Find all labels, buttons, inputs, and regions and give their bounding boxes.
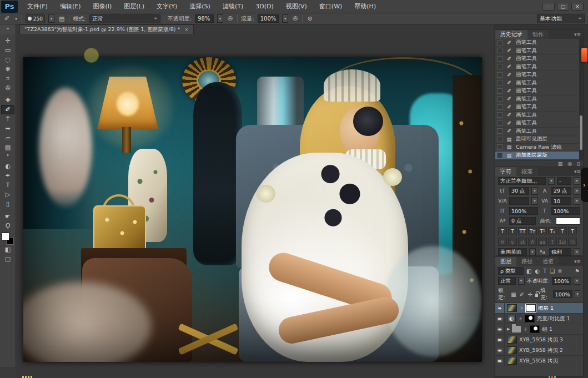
tab-character[interactable]: 字符 [495,167,516,176]
foreground-color-swatch[interactable] [2,233,9,240]
opacity-input[interactable]: 98% [195,14,214,23]
font-size-input[interactable]: 30 点 [509,187,529,195]
menu-item[interactable]: 视图(V) [280,0,313,13]
layer-row[interactable]: XYB_5958 拷贝 [495,356,583,366]
tool-preset-caret-icon[interactable]: ▾ [14,17,18,21]
history-source-checkbox[interactable] [497,72,502,78]
quick-mask-mode-button[interactable]: ◧ [1,245,14,254]
brush-preset-caret[interactable]: ▾ [48,14,54,23]
history-source-checkbox[interactable] [497,153,502,158]
panel-menu-icon[interactable]: ▾≡ [574,257,583,266]
kerning-input[interactable] [509,197,529,205]
lasso-tool[interactable]: ◌ [1,55,14,64]
zoom-tool[interactable]: Ϙ [1,221,14,230]
history-item[interactable]: 盖印可见图层 [495,135,583,144]
hand-tool[interactable]: ☛ [1,211,14,221]
history-source-checkbox[interactable] [497,64,502,69]
tab-paragraph[interactable]: 段落 [516,167,537,176]
mask-link-icon[interactable]: ∞ [519,306,524,310]
opentype-button[interactable]: ɕ [508,238,517,246]
workspace-switcher[interactable]: 基本功能 ÷ [537,14,585,23]
opentype-button[interactable]: aa [538,238,547,246]
font-style-caret[interactable]: ▾ [574,177,580,185]
language-caret[interactable]: ▾ [529,248,536,256]
history-source-checkbox[interactable] [497,88,502,94]
layer-mask-thumbnail[interactable] [526,304,536,312]
layer-filter-icon[interactable]: T [542,268,547,274]
baseline-shift-input[interactable]: 0 点 [509,217,536,225]
font-style-select[interactable]: - [557,177,571,185]
layer-filter-icon[interactable]: ❏ [549,268,555,274]
history-source-checkbox[interactable] [497,40,502,46]
layer-thumbnail[interactable] [507,357,517,365]
pen-tool[interactable]: ✒ [1,171,14,180]
language-select[interactable]: 美国英语 [498,248,527,256]
visibility-toggle[interactable] [495,335,505,345]
lock-all-icon[interactable] [535,294,539,297]
layer-blend-mode-select[interactable]: 正常 [498,277,516,285]
flow-input[interactable]: 100% [258,14,279,23]
close-document-icon[interactable]: × [184,27,189,32]
opentype-button[interactable]: A [528,238,537,246]
document-tab[interactable]: "7Z2A3863"为智能对象-1.psd @ 22.9% (图层 1, 图层蒙… [19,24,194,34]
lock-pixels-icon[interactable]: ✐ [519,291,525,298]
new-snapshot-icon[interactable]: ◎ [567,161,572,167]
text-style-button[interactable]: Tᴛ [528,227,537,235]
brush-preset-picker[interactable]: 250 [26,14,45,23]
layer-filter-icon[interactable]: ◐ [534,268,540,274]
toggle-brush-panel-icon[interactable]: ▤ [58,15,66,22]
filter-toggle-icon[interactable]: ⚑ [574,268,580,274]
visibility-toggle[interactable] [495,314,505,324]
brush-tool[interactable]: ✐ [1,105,14,114]
layer-filter-icon[interactable]: ⧈ [557,268,562,274]
layer-mask-thumbnail[interactable] [525,315,535,322]
expand-panels-tab[interactable]: › [581,168,588,202]
new-document-from-state-icon[interactable]: ▥ [558,161,563,167]
crop-tool[interactable]: ⌗ [1,74,14,83]
visibility-toggle[interactable] [495,303,505,314]
dodge-tool[interactable]: ◐ [1,162,14,171]
lock-position-icon[interactable]: ✛ [527,291,532,298]
tab-channels[interactable]: 通道 [537,257,559,266]
kerning-caret[interactable]: ▾ [531,197,538,205]
layer-filter-icon[interactable]: ◧ [526,268,532,274]
history-brush-tool[interactable]: ➥ [1,124,14,133]
menu-item[interactable]: 窗口(W) [313,0,348,13]
horizontal-scale-input[interactable]: 100% [551,207,580,215]
gradient-tool[interactable]: ▨ [1,143,14,152]
font-family-caret[interactable]: ▾ [548,177,555,185]
blend-mode-select[interactable]: 正常 ÷ [89,14,160,23]
mask-link-icon[interactable]: ∞ [523,327,528,331]
history-source-checkbox[interactable] [497,80,502,85]
flow-caret[interactable]: ▾ [282,14,288,23]
mask-link-icon[interactable]: ∞ [518,316,523,321]
tab-actions[interactable]: 动作 [527,30,549,39]
history-source-checkbox[interactable] [497,128,502,134]
text-style-button[interactable]: T¹ [538,227,547,235]
canvas-area[interactable] [16,34,494,378]
blend-caret[interactable]: ▾ [518,277,525,285]
layer-row[interactable]: ◐ ∞ 亮度/对比度 1 [495,314,583,324]
tracking-caret[interactable]: ▾ [574,197,580,205]
menu-item[interactable]: 帮助(H) [348,0,382,13]
history-source-checkbox[interactable] [497,48,502,53]
photoshop-logo[interactable]: Ps [1,1,18,13]
minimize-button[interactable]: – [542,3,555,11]
history-source-checkbox[interactable] [497,56,502,62]
history-item[interactable]: 画笔工具 [495,87,583,95]
layer-row[interactable]: ▶ ∞ 组 1 [495,324,583,335]
layer-thumbnail[interactable] [507,336,517,344]
rectangular-marquee-tool[interactable]: ▭ [1,46,14,55]
opacity-caret[interactable]: ▾ [217,14,223,23]
tab-paths[interactable]: 路径 [516,257,537,266]
rectangle-tool[interactable]: ▯ [1,199,14,209]
text-style-button[interactable]: T₁ [548,227,557,235]
type-tool[interactable]: T [1,180,14,190]
history-item[interactable]: 画笔工具 [495,128,583,136]
opentype-button[interactable]: ½ [568,238,577,246]
text-style-button[interactable]: T [508,227,517,235]
filter-kind-select[interactable]: ρ 类型 [498,267,524,275]
document-image[interactable] [23,57,482,362]
history-source-checkbox[interactable] [497,112,502,118]
vertical-scale-input[interactable]: 100% [509,207,538,215]
